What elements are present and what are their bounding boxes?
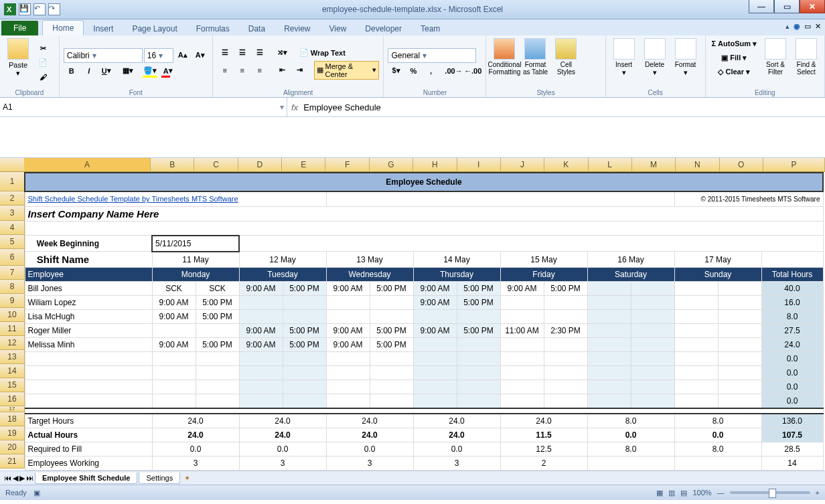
time-cell[interactable] bbox=[457, 352, 500, 366]
row-header-17[interactable]: 17 bbox=[0, 406, 25, 412]
time-cell[interactable] bbox=[500, 338, 544, 352]
macro-record-icon[interactable]: ▣ bbox=[33, 489, 40, 497]
summary-value[interactable]: 3 bbox=[152, 456, 239, 471]
time-cell[interactable] bbox=[587, 352, 631, 366]
hdr-fri[interactable]: Friday bbox=[500, 268, 587, 282]
time-cell[interactable]: 5:00 PM bbox=[457, 296, 500, 310]
sheet-tab-1[interactable]: Employee Shift Schedule bbox=[35, 473, 137, 484]
time-cell[interactable]: 9:00 AM bbox=[152, 296, 196, 310]
time-cell[interactable] bbox=[326, 296, 370, 310]
row-header-16[interactable]: 16 bbox=[0, 392, 25, 406]
format-as-table-button[interactable]: Format as Table bbox=[521, 37, 549, 88]
decrease-font-button[interactable]: A▾ bbox=[192, 49, 208, 62]
copy-button[interactable]: 📄 bbox=[35, 56, 51, 70]
font-size-combo[interactable]: 16▾ bbox=[144, 48, 173, 63]
time-cell[interactable] bbox=[544, 394, 587, 409]
find-select-button[interactable]: Find & Select bbox=[792, 37, 820, 88]
summary-value[interactable]: 3 bbox=[239, 456, 326, 471]
summary-value[interactable]: 8.0 bbox=[674, 442, 761, 456]
align-bottom-button[interactable]: ☰ bbox=[252, 46, 268, 60]
time-cell[interactable]: 9:00 AM bbox=[413, 296, 457, 310]
font-color-button[interactable]: A▾ bbox=[160, 64, 176, 78]
time-cell[interactable] bbox=[413, 310, 457, 324]
total-hours-cell[interactable]: 0.0 bbox=[761, 380, 823, 394]
maximize-button[interactable]: ▭ bbox=[774, 0, 800, 13]
tab-team[interactable]: Team bbox=[411, 21, 449, 35]
time-cell[interactable] bbox=[631, 282, 674, 296]
summary-value[interactable]: 0.0 bbox=[326, 442, 413, 456]
time-cell[interactable] bbox=[326, 394, 370, 409]
time-cell[interactable] bbox=[152, 352, 196, 366]
time-cell[interactable] bbox=[500, 394, 544, 409]
view-layout-icon[interactable]: ▥ bbox=[668, 489, 675, 497]
time-cell[interactable] bbox=[587, 366, 631, 380]
row-header-3[interactable]: 3 bbox=[0, 205, 25, 221]
employee-name[interactable]: Wiliam Lopez bbox=[25, 296, 152, 310]
employee-name[interactable]: Bill Jones bbox=[25, 282, 152, 296]
tab-insert[interactable]: Insert bbox=[84, 21, 123, 35]
summary-value[interactable]: 3 bbox=[413, 456, 500, 471]
time-cell[interactable] bbox=[587, 282, 631, 296]
row-header-11[interactable]: 11 bbox=[0, 322, 25, 336]
col-header-D[interactable]: D bbox=[238, 158, 282, 171]
currency-button[interactable]: $▾ bbox=[388, 64, 404, 78]
summary-value[interactable]: 24.0 bbox=[239, 428, 326, 442]
view-normal-icon[interactable]: ▦ bbox=[656, 489, 663, 497]
fill-color-button[interactable]: 🪣▾ bbox=[141, 64, 159, 78]
cell[interactable] bbox=[239, 236, 823, 252]
time-cell[interactable] bbox=[674, 394, 718, 409]
tab-nav-last-icon[interactable]: ⏭ bbox=[26, 474, 33, 482]
time-cell[interactable] bbox=[587, 394, 631, 409]
time-cell[interactable] bbox=[283, 380, 326, 394]
increase-decimal-button[interactable]: .00→ bbox=[445, 64, 463, 78]
row-header-13[interactable]: 13 bbox=[0, 350, 25, 364]
decrease-indent-button[interactable]: ⇤ bbox=[274, 64, 290, 77]
formula-input[interactable]: Employee Schedule bbox=[303, 102, 381, 112]
time-cell[interactable] bbox=[370, 366, 413, 380]
tab-data[interactable]: Data bbox=[239, 21, 275, 35]
italic-button[interactable]: I bbox=[81, 64, 97, 78]
col-header-G[interactable]: G bbox=[370, 158, 413, 171]
employee-name[interactable]: Melissa Minh bbox=[25, 338, 152, 352]
time-cell[interactable] bbox=[718, 310, 761, 324]
tab-developer[interactable]: Developer bbox=[356, 21, 411, 35]
hdr-tue[interactable]: Tuesday bbox=[239, 268, 326, 282]
time-cell[interactable] bbox=[239, 352, 283, 366]
time-cell[interactable] bbox=[631, 380, 674, 394]
conditional-formatting-button[interactable]: Conditional Formatting bbox=[490, 37, 518, 88]
row-header-12[interactable]: 12 bbox=[0, 336, 25, 350]
time-cell[interactable] bbox=[239, 310, 283, 324]
time-cell[interactable] bbox=[152, 366, 196, 380]
row-header-21[interactable]: 21 bbox=[0, 454, 25, 469]
time-cell[interactable] bbox=[152, 394, 196, 409]
summary-value[interactable]: 24.0 bbox=[326, 414, 413, 428]
time-cell[interactable] bbox=[631, 338, 674, 352]
time-cell[interactable] bbox=[457, 380, 500, 394]
time-cell[interactable]: 9:00 AM bbox=[152, 338, 196, 352]
close-button[interactable]: ✕ bbox=[800, 0, 825, 13]
time-cell[interactable]: 11:00 AM bbox=[500, 324, 544, 338]
week-beginning-label[interactable]: Week Beginning bbox=[25, 236, 152, 252]
time-cell[interactable] bbox=[500, 296, 544, 310]
col-header-H[interactable]: H bbox=[413, 158, 457, 171]
time-cell[interactable] bbox=[631, 352, 674, 366]
comma-button[interactable]: , bbox=[423, 64, 439, 78]
time-cell[interactable] bbox=[674, 310, 718, 324]
time-cell[interactable] bbox=[544, 296, 587, 310]
time-cell[interactable]: 5:00 PM bbox=[196, 296, 239, 310]
time-cell[interactable] bbox=[283, 366, 326, 380]
summary-value[interactable]: 24.0 bbox=[239, 414, 326, 428]
hdr-sun[interactable]: Sunday bbox=[674, 268, 761, 282]
time-cell[interactable]: 5:00 PM bbox=[196, 338, 239, 352]
summary-total[interactable]: 136.0 bbox=[761, 414, 823, 428]
time-cell[interactable]: 9:00 AM bbox=[239, 282, 283, 296]
time-cell[interactable] bbox=[326, 352, 370, 366]
row-header-6[interactable]: 6 bbox=[0, 249, 25, 266]
row-header-18[interactable]: 18 bbox=[0, 412, 25, 426]
summary-value[interactable]: 24.0 bbox=[413, 414, 500, 428]
row-header-15[interactable]: 15 bbox=[0, 378, 25, 392]
align-middle-button[interactable]: ☰ bbox=[234, 46, 250, 60]
total-hours-cell[interactable]: 8.0 bbox=[761, 310, 823, 324]
hdr-thu[interactable]: Thursday bbox=[413, 268, 500, 282]
align-top-button[interactable]: ☰ bbox=[217, 46, 233, 60]
